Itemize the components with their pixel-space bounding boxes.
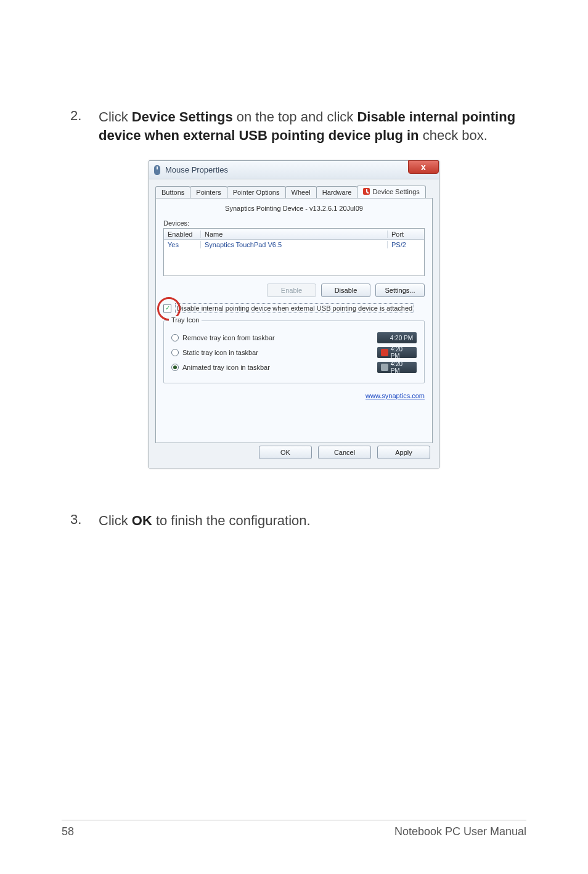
- tab-wheel[interactable]: Wheel: [285, 186, 317, 198]
- close-button[interactable]: x: [408, 160, 439, 174]
- col-port: Port: [387, 231, 424, 238]
- tray-time-2: 4:20 PM: [391, 346, 413, 359]
- s3-pre: Click: [99, 513, 132, 528]
- synaptics-link-row: www.synaptics.com: [163, 392, 425, 399]
- page-footer: 58 Notebook PC User Manual: [62, 820, 526, 838]
- tab-buttons[interactable]: Buttons: [155, 186, 190, 198]
- s2-pre: Click: [99, 109, 132, 125]
- synaptics-link[interactable]: www.synaptics.com: [365, 392, 425, 399]
- tray-animated-icon: [381, 364, 388, 371]
- tab-device-settings[interactable]: Device Settings: [357, 186, 425, 198]
- tray-preview-static: 4:20 PM: [377, 347, 417, 358]
- s2-mid1: on the top and click: [233, 109, 357, 125]
- devices-header: Enabled Name Port: [164, 229, 424, 240]
- synaptics-icon: [363, 188, 370, 195]
- devices-label: Devices:: [163, 219, 425, 227]
- step-2-text: Click Device Settings on the top and cli…: [99, 108, 526, 144]
- tab-strip: Buttons Pointers Pointer Options Wheel H…: [155, 184, 433, 198]
- tray-opt-remove-row[interactable]: Remove tray icon from taskbar 4:20 PM: [171, 332, 417, 343]
- settings-button[interactable]: Settings...: [375, 284, 425, 297]
- tray-icon-group: Tray Icon Remove tray icon from taskbar …: [163, 321, 425, 383]
- mouse-properties-dialog: Mouse Properties x Buttons Pointers Poin…: [149, 160, 439, 468]
- tray-group-title: Tray Icon: [169, 316, 202, 324]
- tray-time-1: 4:20 PM: [390, 335, 413, 341]
- step-2-number: 2.: [62, 108, 99, 144]
- s3-post: to finish the configuration.: [152, 513, 311, 528]
- step-3: 3. Click OK to finish the configuration.: [62, 512, 526, 530]
- radio-remove[interactable]: [171, 334, 179, 341]
- checkbox-label: Disable internal pointing device when ex…: [175, 303, 414, 313]
- disable-button[interactable]: Disable: [321, 284, 370, 297]
- tab-pointers[interactable]: Pointers: [190, 186, 227, 198]
- device-button-row: Enable Disable Settings...: [163, 284, 425, 297]
- radio-animated-label: Animated tray icon in taskbar: [182, 364, 270, 371]
- footer-title: Notebook PC User Manual: [394, 825, 526, 838]
- step-3-number: 3.: [62, 512, 99, 530]
- tab-panel-device-settings: Synaptics Pointing Device - v13.2.6.1 20…: [155, 198, 433, 443]
- s2-post: check box.: [419, 128, 488, 143]
- enable-button: Enable: [267, 284, 316, 297]
- step-2: 2. Click Device Settings on the top and …: [62, 108, 526, 144]
- radio-static[interactable]: [171, 349, 179, 356]
- disable-internal-checkbox-row[interactable]: ✓ Disable internal pointing device when …: [163, 303, 425, 313]
- apply-button[interactable]: Apply: [377, 446, 430, 459]
- dialog-title: Mouse Properties: [165, 165, 228, 174]
- row-name: Synaptics TouchPad V6.5: [201, 241, 387, 248]
- devices-list[interactable]: Enabled Name Port Yes Synaptics TouchPad…: [163, 228, 425, 276]
- tray-time-3: 4:20 PM: [391, 361, 413, 374]
- tab-device-settings-label: Device Settings: [372, 188, 419, 195]
- s3-bold1: OK: [132, 513, 152, 528]
- close-icon: x: [421, 162, 426, 172]
- tray-opt-animated-row[interactable]: Animated tray icon in taskbar 4:20 PM: [171, 362, 417, 373]
- tray-static-icon: [381, 349, 388, 356]
- tray-preview-remove: 4:20 PM: [377, 332, 417, 343]
- row-enabled: Yes: [164, 241, 201, 248]
- tray-opt-static-row[interactable]: Static tray icon in taskbar 4:20 PM: [171, 347, 417, 358]
- col-name: Name: [201, 231, 387, 238]
- cancel-button[interactable]: Cancel: [318, 446, 371, 459]
- device-row[interactable]: Yes Synaptics TouchPad V6.5 PS/2: [164, 240, 424, 250]
- ok-button[interactable]: OK: [259, 446, 312, 459]
- page-number: 58: [62, 825, 74, 838]
- tab-pointer-options[interactable]: Pointer Options: [227, 186, 286, 198]
- mouse-icon: [153, 165, 161, 176]
- step-3-text: Click OK to finish the configuration.: [99, 512, 526, 530]
- radio-animated[interactable]: [171, 364, 179, 371]
- s2-bold1: Device Settings: [132, 109, 233, 125]
- radio-remove-label: Remove tray icon from taskbar: [182, 334, 275, 341]
- titlebar: Mouse Properties x: [149, 161, 439, 179]
- panel-subtitle: Synaptics Pointing Device - v13.2.6.1 20…: [163, 205, 425, 212]
- dialog-bottom-buttons: OK Cancel Apply: [158, 446, 430, 459]
- row-port: PS/2: [387, 241, 424, 248]
- col-enabled: Enabled: [164, 231, 201, 238]
- tab-hardware[interactable]: Hardware: [316, 186, 358, 198]
- tray-preview-animated: 4:20 PM: [377, 362, 417, 373]
- radio-static-label: Static tray icon in taskbar: [182, 349, 258, 356]
